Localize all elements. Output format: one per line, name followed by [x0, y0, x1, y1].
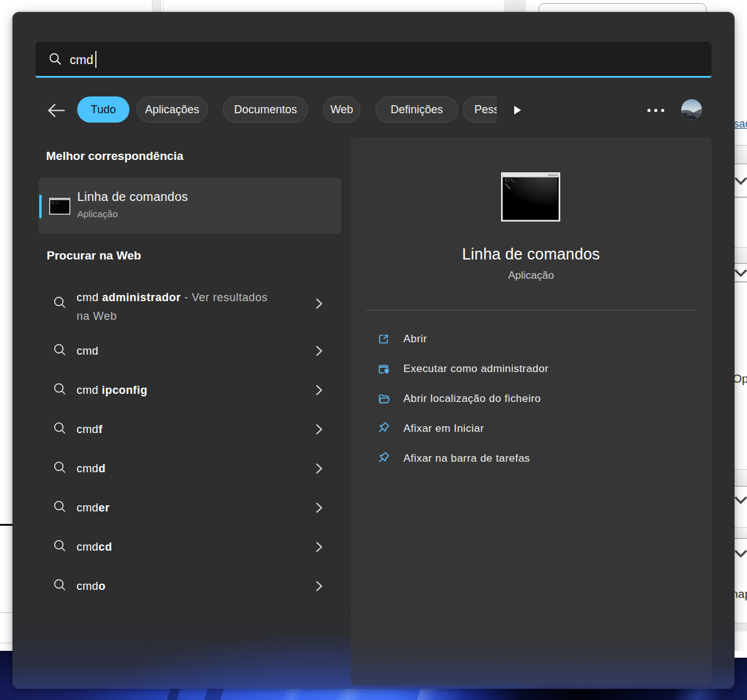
- svg-text:C:\_: C:\_: [505, 178, 517, 183]
- svg-text:C:\: C:\: [52, 201, 59, 205]
